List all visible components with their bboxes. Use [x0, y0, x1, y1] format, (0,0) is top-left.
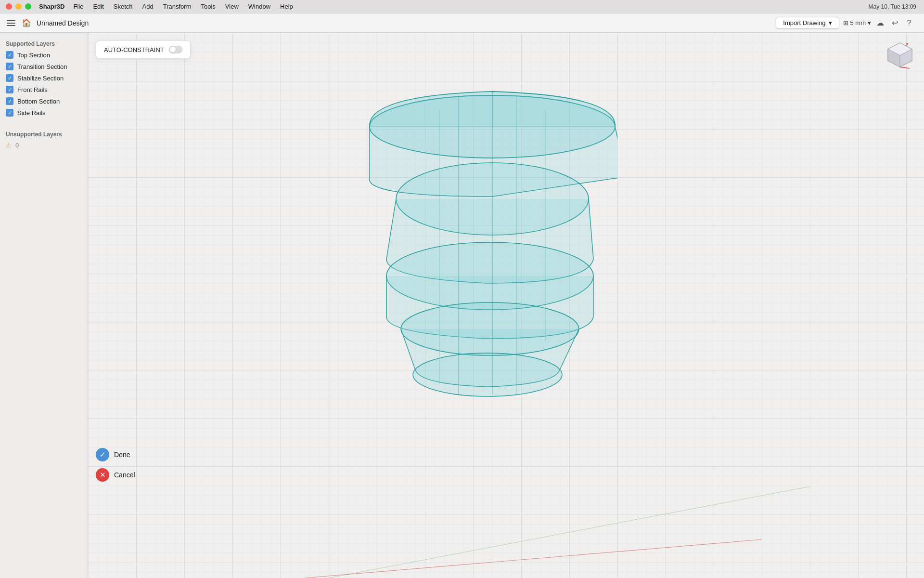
layer-transition-section-label: Transition Section [17, 63, 67, 70]
check-icon: ✓ [8, 64, 12, 69]
titlebar: Shapr3D File Edit Sketch Add Transform T… [0, 0, 924, 13]
titlebar-right: May 10, Tue 13:09 [869, 3, 916, 10]
svg-line-24 [900, 67, 910, 68]
menu-add[interactable]: Add [138, 2, 158, 11]
check-icon: ✓ [8, 76, 12, 81]
cancel-icon-circle: ✕ [96, 468, 109, 482]
supported-layers-title: Supported Layers [0, 38, 88, 49]
sidebar: Supported Layers ✓ Top Section ✓ Transit… [0, 33, 88, 578]
check-icon: ✓ [8, 53, 12, 58]
svg-point-11 [413, 353, 562, 396]
layer-stabilize-section-label: Stabilize Section [17, 75, 64, 82]
svg-rect-0 [7, 20, 15, 21]
close-button[interactable] [6, 3, 12, 10]
auto-constraint-panel: AUTO-CONSTRAINT [96, 40, 191, 59]
layer-top-section-label: Top Section [17, 52, 50, 59]
cube-navigator[interactable]: Z [886, 40, 914, 69]
unsupported-count-item: ⚠ 0 [0, 140, 88, 151]
layer-side-rails-label: Side Rails [17, 109, 46, 117]
checkbox-front-rails[interactable]: ✓ [6, 86, 13, 93]
done-label: Done [114, 451, 130, 459]
check-icon: ✓ [8, 87, 12, 92]
done-button[interactable]: ✓ Done [96, 448, 135, 461]
check-icon: ✓ [8, 110, 12, 116]
document-title: Unnamed Design [37, 19, 89, 27]
svg-line-6 [329, 486, 810, 578]
menu-bar: Shapr3D File Edit Sketch Add Transform T… [39, 2, 298, 11]
menu-view[interactable]: View [220, 2, 244, 11]
menu-sketch[interactable]: Sketch [109, 2, 138, 11]
layer-front-rails-label: Front Rails [17, 86, 48, 93]
svg-text:Z: Z [906, 42, 909, 47]
checkbox-side-rails[interactable]: ✓ [6, 109, 13, 117]
unsupported-count: 0 [15, 142, 19, 149]
size-control[interactable]: ⊞ 5 mm ▾ [843, 19, 872, 26]
undo-icon[interactable]: ↩ [889, 18, 900, 28]
svg-rect-2 [7, 25, 15, 26]
import-drawing-chevron: ▾ [829, 19, 832, 26]
cloud-icon[interactable]: ☁ [875, 18, 886, 28]
size-value: 5 mm [850, 19, 866, 26]
grid-icon: ⊞ [843, 19, 848, 26]
import-drawing-button[interactable]: Import Drawing ▾ [776, 17, 839, 29]
app-logo: Shapr3D [39, 3, 64, 10]
checkbox-bottom-section[interactable]: ✓ [6, 97, 13, 105]
main-layout: Supported Layers ✓ Top Section ✓ Transit… [0, 33, 924, 578]
maximize-button[interactable] [25, 3, 31, 10]
checkbox-transition-section[interactable]: ✓ [6, 63, 13, 70]
svg-rect-1 [7, 23, 15, 24]
layer-transition-section[interactable]: ✓ Transition Section [0, 61, 88, 72]
check-icon: ✓ [8, 99, 12, 104]
minimize-button[interactable] [15, 3, 22, 10]
traffic-lights [6, 3, 31, 10]
layer-top-section[interactable]: ✓ Top Section [0, 49, 88, 61]
action-buttons: ✓ Done ✕ Cancel [96, 448, 135, 482]
layer-front-rails[interactable]: ✓ Front Rails [0, 84, 88, 95]
home-icon[interactable]: 🏠 [21, 18, 32, 28]
menu-help[interactable]: Help [275, 2, 298, 11]
3d-shape [257, 71, 617, 408]
import-drawing-label: Import Drawing [783, 19, 825, 26]
titlebar-time: May 10, Tue 13:09 [869, 3, 916, 10]
layer-stabilize-section[interactable]: ✓ Stabilize Section [0, 72, 88, 84]
unsupported-section: Unsupported Layers ⚠ 0 [0, 128, 88, 151]
toolbar-left: 🏠 Unnamed Design [6, 18, 89, 28]
help-icon[interactable]: ? [904, 18, 914, 28]
auto-constraint-toggle[interactable] [169, 46, 182, 53]
cancel-label: Cancel [114, 471, 135, 479]
warning-icon: ⚠ [6, 142, 12, 149]
sidebar-toggle-icon[interactable] [6, 18, 16, 28]
menu-edit[interactable]: Edit [88, 2, 108, 11]
axis-z-svg [88, 458, 924, 578]
menu-transform[interactable]: Transform [158, 2, 196, 11]
menu-file[interactable]: File [68, 2, 88, 11]
toggle-knob [170, 47, 176, 53]
checkbox-top-section[interactable]: ✓ [6, 51, 13, 59]
size-chevron: ▾ [868, 19, 871, 26]
layer-bottom-section-label: Bottom Section [17, 98, 60, 105]
layer-bottom-section[interactable]: ✓ Bottom Section [0, 95, 88, 107]
unsupported-layers-title: Unsupported Layers [0, 128, 88, 140]
toolbar-right: Import Drawing ▾ ⊞ 5 mm ▾ ☁ ↩ ? [776, 17, 914, 29]
menu-window[interactable]: Window [244, 2, 275, 11]
checkbox-stabilize-section[interactable]: ✓ [6, 74, 13, 82]
cancel-button[interactable]: ✕ Cancel [96, 468, 135, 482]
auto-constraint-label: AUTO-CONSTRAINT [104, 46, 164, 53]
canvas-area[interactable]: AUTO-CONSTRAINT [88, 33, 924, 578]
toolbar: 🏠 Unnamed Design Import Drawing ▾ ⊞ 5 mm… [0, 13, 924, 33]
done-icon-circle: ✓ [96, 448, 109, 461]
layer-side-rails[interactable]: ✓ Side Rails [0, 107, 88, 118]
menu-tools[interactable]: Tools [196, 2, 220, 11]
